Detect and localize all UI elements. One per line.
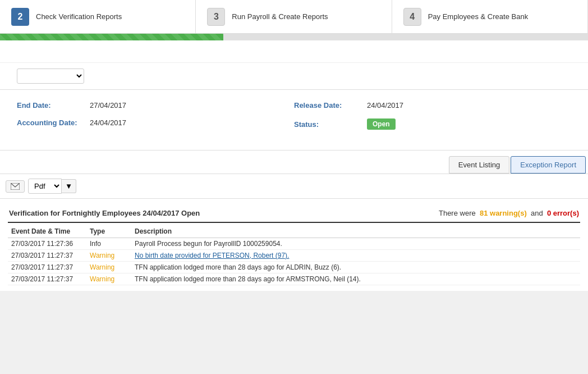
end-date-value: 27/04/2017 xyxy=(90,101,126,110)
verification-summary: There were 81 warning(s) and 0 error(s) xyxy=(439,209,579,217)
cell-datetime: 27/03/2017 11:27:36 xyxy=(8,238,86,250)
spacer-section xyxy=(0,40,588,63)
summary-prefix: There were xyxy=(439,209,476,217)
form-group-status: Status: Open xyxy=(294,118,571,130)
cell-description: TFN application lodged more than 28 days… xyxy=(131,262,580,273)
accounting-date-label: Accounting Date: xyxy=(17,118,90,127)
format-select[interactable]: Pdf xyxy=(28,179,62,194)
table-row: 27/03/2017 11:27:36InfoPayroll Process b… xyxy=(8,238,580,250)
form-area: End Date: 27/04/2017 Release Date: 24/04… xyxy=(0,90,588,150)
wizard-step-label-3: Run Payroll & Create Reports xyxy=(232,12,328,21)
cell-type: Warning xyxy=(86,273,131,285)
table-row: 27/03/2017 11:27:37WarningTFN applicatio… xyxy=(8,273,580,285)
end-date-label: End Date: xyxy=(17,101,90,110)
form-group-end-date: End Date: 27/04/2017 xyxy=(17,101,294,110)
wizard-step-num-4: 4 xyxy=(403,8,421,26)
table-header-row: Event Date & Time Type Description xyxy=(8,225,580,238)
tabs-area: Event Listing Exception Report xyxy=(0,150,588,174)
wizard-step-2[interactable]: 2 Check Verification Reports xyxy=(0,0,196,33)
release-date-value: 24/04/2017 xyxy=(367,101,403,110)
progress-bar-fill xyxy=(0,34,223,40)
cell-description[interactable]: No birth date provided for PETERSON, Rob… xyxy=(131,250,580,262)
wizard-step-num-3: 3 xyxy=(207,8,225,26)
description-link[interactable]: No birth date provided for PETERSON, Rob… xyxy=(135,252,289,259)
report-toolbar: Pdf ▼ xyxy=(0,174,588,199)
col-header-desc: Description xyxy=(131,225,580,238)
cell-description: TFN application lodged more than 28 days… xyxy=(131,273,580,285)
cell-type: Warning xyxy=(86,250,131,262)
cell-datetime: 27/03/2017 11:27:37 xyxy=(8,250,86,262)
table-row: 27/03/2017 11:27:37WarningTFN applicatio… xyxy=(8,262,580,273)
wizard-bar: 2 Check Verification Reports 3 Run Payro… xyxy=(0,0,588,34)
wizard-step-3[interactable]: 3 Run Payroll & Create Reports xyxy=(196,0,392,33)
verification-header: Verification for Fortnightly Employees 2… xyxy=(8,204,580,223)
tab-event-listing[interactable]: Event Listing xyxy=(449,156,509,174)
wizard-step-num-2: 2 xyxy=(11,8,29,26)
cell-description: Payroll Process begun for PayrollID 1000… xyxy=(131,238,580,250)
form-row-accounting: Accounting Date: 24/04/2017 Status: Open xyxy=(17,118,571,130)
status-badge: Open xyxy=(367,118,396,130)
table-row: 27/03/2017 11:27:37WarningNo birth date … xyxy=(8,250,580,262)
col-header-type: Type xyxy=(86,225,131,238)
email-icon xyxy=(11,183,20,190)
wizard-step-label-4: Pay Employees & Create Bank xyxy=(428,12,528,21)
wizard-step-4[interactable]: 4 Pay Employees & Create Bank xyxy=(392,0,588,33)
cell-datetime: 27/03/2017 11:27:37 xyxy=(8,262,86,273)
accounting-date-value: 24/04/2017 xyxy=(90,118,126,127)
report-table: Event Date & Time Type Description 27/03… xyxy=(8,225,580,285)
warning-count: 81 warning(s) xyxy=(480,209,527,217)
cell-datetime: 27/03/2017 11:27:37 xyxy=(8,273,86,285)
form-group-release-date: Release Date: 24/04/2017 xyxy=(294,101,571,110)
email-button[interactable] xyxy=(6,180,25,193)
wizard-step-label-2: Check Verification Reports xyxy=(36,12,122,21)
summary-and: and xyxy=(531,209,543,217)
cell-type: Info xyxy=(86,238,131,250)
status-label: Status: xyxy=(294,120,367,129)
format-dropdown-btn[interactable]: ▼ xyxy=(62,179,76,193)
payroll-dropdown[interactable] xyxy=(17,69,84,84)
cell-type: Warning xyxy=(86,262,131,273)
progress-bar-container xyxy=(0,34,588,40)
col-header-datetime: Event Date & Time xyxy=(8,225,86,238)
report-content: Verification for Fortnightly Employees 2… xyxy=(0,199,588,291)
error-count: 0 error(s) xyxy=(547,209,579,217)
form-row-dates: End Date: 27/04/2017 Release Date: 24/04… xyxy=(17,101,571,110)
verification-title: Verification for Fortnightly Employees 2… xyxy=(9,209,200,217)
tab-exception-report[interactable]: Exception Report xyxy=(511,156,586,174)
form-group-accounting-date: Accounting Date: 24/04/2017 xyxy=(17,118,294,127)
release-date-label: Release Date: xyxy=(294,101,367,110)
dropdown-container xyxy=(0,63,588,90)
